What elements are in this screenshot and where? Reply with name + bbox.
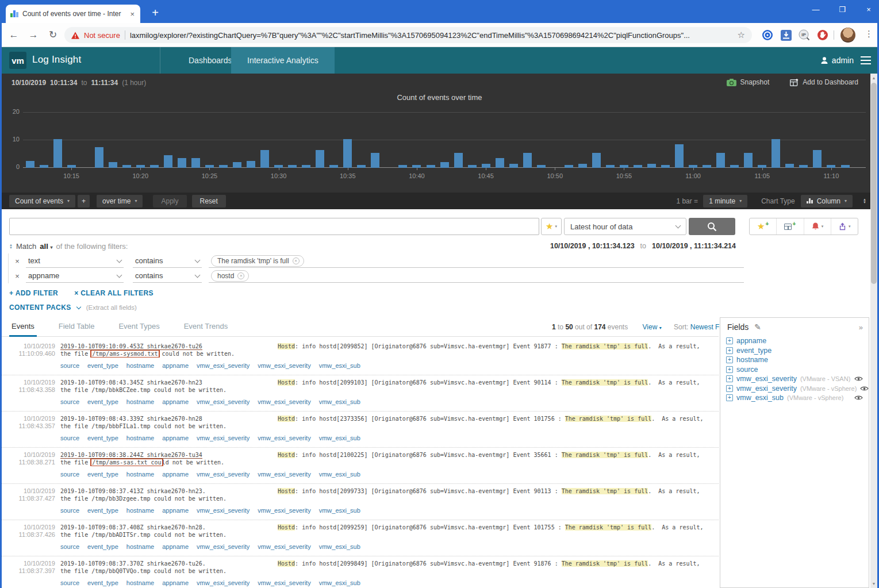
chart-bar[interactable] xyxy=(482,164,490,168)
query-range-start[interactable]: 10/10/2019 , 10:11:34.123 xyxy=(550,242,635,250)
apply-button[interactable]: Apply xyxy=(153,195,186,207)
field-item[interactable]: +vmw_esxi_severity(VMware - vSphere) xyxy=(720,384,869,393)
event-field-link[interactable]: appname xyxy=(162,435,189,441)
expand-field-icon[interactable]: + xyxy=(726,375,733,382)
chart-bar[interactable] xyxy=(343,139,352,168)
expand-field-icon[interactable]: + xyxy=(726,385,733,392)
remove-filter-icon[interactable]: × xyxy=(9,257,26,266)
chart-bar[interactable] xyxy=(302,165,310,168)
event-field-link[interactable]: vmw_esxi_severity xyxy=(258,579,310,586)
field-name[interactable]: vmw_esxi_sub xyxy=(736,394,784,402)
field-name[interactable]: hostname xyxy=(736,356,768,364)
field-name[interactable]: source xyxy=(736,366,758,374)
event-field-link[interactable]: appname xyxy=(162,543,189,550)
expand-field-icon[interactable]: + xyxy=(726,347,733,354)
tab-events[interactable]: Events xyxy=(9,318,37,337)
chart-bar[interactable] xyxy=(233,162,241,168)
event-field-link[interactable]: vmw_esxi_severity xyxy=(258,507,310,514)
chart-bar[interactable] xyxy=(785,164,794,168)
event-field-link[interactable]: appname xyxy=(162,579,189,586)
chart-bar[interactable] xyxy=(509,164,518,168)
chart-bar[interactable] xyxy=(260,150,269,168)
field-name[interactable]: event_type xyxy=(736,347,771,355)
user-menu[interactable]: admin xyxy=(820,47,854,74)
field-item[interactable]: +event_type xyxy=(720,346,869,355)
chart-bar[interactable] xyxy=(468,165,477,168)
chart-bar[interactable] xyxy=(771,139,780,168)
create-alert-dropdown[interactable]: ▾ xyxy=(804,218,831,235)
add-to-dashboard-button[interactable]: Add to Dashboard xyxy=(790,78,858,86)
event-field-link[interactable]: vmw_esxi_severity xyxy=(258,398,310,405)
tab-field-table[interactable]: Field Table xyxy=(56,318,97,337)
event-field-link[interactable]: vmw_esxi_sub xyxy=(319,362,360,369)
chart-bar[interactable] xyxy=(799,165,808,168)
chart-bar[interactable] xyxy=(371,153,379,168)
event-field-link[interactable]: event_type xyxy=(87,579,118,586)
add-function-button[interactable]: + xyxy=(78,195,90,207)
field-item[interactable]: +appname xyxy=(720,336,869,345)
expand-field-icon[interactable]: + xyxy=(726,356,733,363)
chart-bar[interactable] xyxy=(109,162,117,168)
collapse-chart-icon[interactable]: ▲▼ xyxy=(863,198,866,204)
event-row[interactable]: 10/10/201911:08:37.4272019-10-10T09:08:3… xyxy=(0,484,719,520)
chart-bar[interactable] xyxy=(122,165,131,168)
chart-bar[interactable] xyxy=(288,165,297,168)
not-secure-label[interactable]: Not secure xyxy=(84,31,120,40)
reload-button-icon[interactable]: ↻ xyxy=(46,28,60,42)
chart-bar[interactable] xyxy=(744,153,753,168)
visibility-eye-icon[interactable] xyxy=(854,376,863,382)
chart-bar[interactable] xyxy=(40,165,48,168)
chart-bar[interactable] xyxy=(329,165,338,168)
chart-bar[interactable] xyxy=(247,161,255,168)
url-text[interactable]: laxmilog/explorer/?existingChartQuery=%7… xyxy=(130,31,733,40)
sort-arrows-icon[interactable]: ▲▼ xyxy=(9,244,13,249)
hamburger-menu-icon[interactable] xyxy=(861,56,871,64)
event-field-link[interactable]: vmw_esxi_severity xyxy=(258,543,310,550)
adblock-icon[interactable] xyxy=(816,29,829,41)
scroll-down-icon[interactable]: ▼ xyxy=(870,582,877,586)
match-mode-dropdown[interactable]: all ▾ xyxy=(40,242,52,251)
event-field-link[interactable]: appname xyxy=(162,362,189,369)
chart-bar[interactable] xyxy=(565,165,573,168)
tab-event-trends[interactable]: Event Trends xyxy=(182,318,231,337)
chart-bar[interactable] xyxy=(178,158,186,168)
chart-bar[interactable] xyxy=(523,153,532,168)
event-field-link[interactable]: vmw_esxi_severity xyxy=(197,435,250,441)
chart-bar[interactable] xyxy=(716,153,725,168)
query-function-dropdown[interactable]: Count of events▾ xyxy=(9,195,75,207)
event-field-link[interactable]: hostname xyxy=(126,471,154,478)
chart-bar[interactable] xyxy=(634,165,642,168)
chart-bar[interactable] xyxy=(164,155,172,168)
chart-bar[interactable] xyxy=(427,165,435,168)
chart-type-dropdown[interactable]: Column▾ xyxy=(801,195,853,207)
onepassword-icon[interactable] xyxy=(761,29,774,41)
clear-all-filters-button[interactable]: × CLEAR ALL FILTERS xyxy=(74,289,153,297)
event-field-link[interactable]: vmw_esxi_severity xyxy=(197,362,250,369)
chart-bar[interactable] xyxy=(730,165,739,168)
event-field-link[interactable]: vmw_esxi_sub xyxy=(319,507,360,514)
chart-bar[interactable] xyxy=(592,153,601,168)
event-field-link[interactable]: event_type xyxy=(87,507,118,514)
event-field-link[interactable]: source xyxy=(60,579,79,586)
event-field-link[interactable]: event_type xyxy=(87,471,118,478)
filter-value-chip[interactable]: hostd× xyxy=(211,270,249,282)
event-row[interactable]: 10/10/201911:08:43.3572019-10-10T09:08:4… xyxy=(0,412,719,448)
event-row[interactable]: 10/10/201911:08:38.2712019-10-10T09:08:3… xyxy=(0,448,719,484)
window-close-button[interactable]: × xyxy=(863,5,874,14)
event-field-link[interactable]: source xyxy=(60,398,79,405)
event-row[interactable]: 10/10/201911:08:37.3972019-10-10T09:08:3… xyxy=(0,556,719,588)
chart-bar[interactable] xyxy=(53,139,62,168)
chart-bar[interactable] xyxy=(150,165,159,168)
tab-event-types[interactable]: Event Types xyxy=(116,318,162,337)
expand-field-icon[interactable]: + xyxy=(726,337,733,344)
chart-bar[interactable] xyxy=(398,165,407,168)
event-field-link[interactable]: vmw_esxi_severity xyxy=(258,471,310,478)
window-maximize-button[interactable]: ❒ xyxy=(836,5,848,14)
event-field-link[interactable]: hostname xyxy=(126,362,154,369)
event-field-link[interactable]: vmw_esxi_sub xyxy=(319,398,360,405)
chip-close-icon[interactable]: × xyxy=(293,258,300,264)
event-field-link[interactable]: vmw_esxi_severity xyxy=(197,579,250,586)
add-filter-button[interactable]: + ADD FILTER xyxy=(9,289,58,297)
edit-fields-icon[interactable]: ✎ xyxy=(754,322,761,332)
export-share-dropdown[interactable]: ▾ xyxy=(831,218,858,235)
